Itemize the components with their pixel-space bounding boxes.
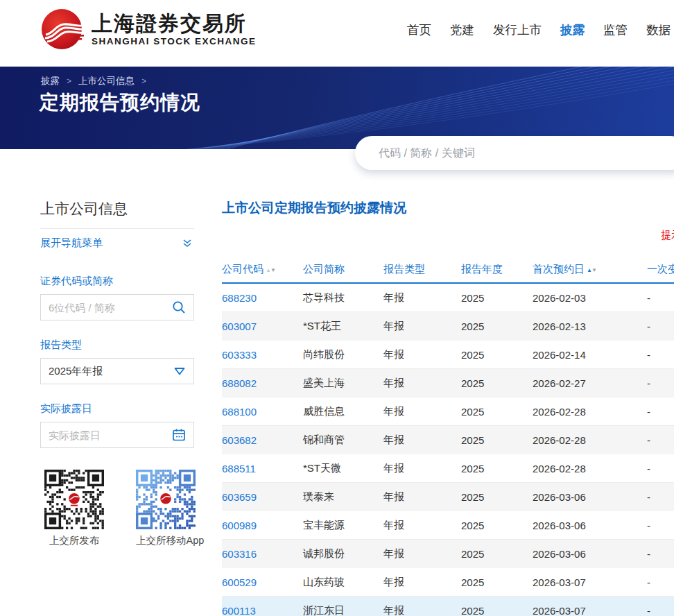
report-year-cell: 2025 xyxy=(461,605,533,616)
first-appointment-date-cell: 2026-03-07 xyxy=(533,605,647,616)
company-code-link[interactable]: 688100 xyxy=(222,406,303,418)
company-name-cell: *ST花王 xyxy=(303,320,383,333)
global-search-bar[interactable] xyxy=(355,136,674,170)
company-code-link[interactable]: 600989 xyxy=(222,520,303,531)
company-code-link[interactable]: 603333 xyxy=(222,349,303,361)
company-code-link[interactable]: 600529 xyxy=(222,576,303,588)
logo-english-name: SHANGHAI STOCK EXCHANGE xyxy=(92,36,257,46)
table-row: 603333 尚纬股份 年报 2025 2026-02-14 - xyxy=(222,341,674,369)
first-appointment-date-cell: 2026-02-28 xyxy=(533,463,647,474)
col-header-report-year[interactable]: 报告年度 xyxy=(461,263,533,276)
first-change-date-cell: - xyxy=(647,349,674,361)
top-nav: 首页 党建 发行上市 披露 监管 数据 xyxy=(407,22,671,38)
first-change-date-cell: - xyxy=(647,434,674,446)
qr-sse-release: 上交所发布 xyxy=(44,470,104,547)
report-type-select[interactable]: 2025年年报 xyxy=(40,358,194,384)
company-name-cell: 宝丰能源 xyxy=(303,519,383,532)
report-year-cell: 2025 xyxy=(461,491,533,503)
nav-item-party[interactable]: 党建 xyxy=(450,22,474,38)
sse-logo[interactable]: 上海證券交易所 SHANGHAI STOCK EXCHANGE xyxy=(40,7,257,51)
company-code-link[interactable]: 688230 xyxy=(222,292,303,304)
first-appointment-date-cell: 2026-03-06 xyxy=(533,491,647,503)
company-code-link[interactable]: 688511 xyxy=(222,463,303,474)
report-year-cell: 2025 xyxy=(461,406,533,418)
stock-code-input[interactable] xyxy=(49,302,167,314)
qr-sse-mobile-app-caption: 上交所移动App xyxy=(136,534,196,547)
first-change-date-cell: - xyxy=(647,520,674,531)
sort-down-icon: ▼ xyxy=(270,267,275,273)
logo-text: 上海證券交易所 SHANGHAI STOCK EXCHANGE xyxy=(92,12,257,46)
report-year-cell: 2025 xyxy=(461,576,533,588)
company-code-link[interactable]: 603316 xyxy=(222,548,303,560)
report-year-cell: 2025 xyxy=(461,292,533,304)
sort-up-icon: ▲ xyxy=(587,267,591,273)
report-year-cell: 2025 xyxy=(461,377,533,389)
report-type-cell: 年报 xyxy=(383,576,461,589)
report-type-cell: 年报 xyxy=(383,490,461,504)
expand-nav-menu-button[interactable]: 展开导航菜单 xyxy=(40,229,194,257)
breadcrumb-disclosure[interactable]: 披露 xyxy=(41,75,60,87)
qr-sse-release-caption: 上交所发布 xyxy=(44,534,104,547)
disclosure-date-input[interactable] xyxy=(49,429,167,441)
logo-chinese-name: 上海證券交易所 xyxy=(92,12,257,35)
report-type-cell: 年报 xyxy=(383,291,461,305)
report-year-cell: 2025 xyxy=(461,463,533,474)
col-header-first-change-date[interactable]: 一次变更日 xyxy=(647,263,674,276)
qr-sse-mobile-app: 上交所移动App xyxy=(136,470,196,547)
search-icon[interactable] xyxy=(171,300,187,315)
sort-icons[interactable]: ▲▼ xyxy=(266,267,275,273)
table-row: 688100 威胜信息 年报 2025 2026-02-28 - xyxy=(222,397,674,426)
report-year-cell: 2025 xyxy=(461,434,533,446)
report-type-cell: 年报 xyxy=(383,320,461,333)
sidebar: 上市公司信息 展开导航菜单 证券代码或简称 报告类型 2025年年报 xyxy=(40,199,194,547)
nav-item-home[interactable]: 首页 xyxy=(407,22,431,38)
company-code-link[interactable]: 603659 xyxy=(222,491,303,503)
first-change-date-cell: - xyxy=(647,463,674,474)
company-code-link[interactable]: 603682 xyxy=(222,434,303,446)
col-header-first-appointment-date[interactable]: 首次预约日▲▼ xyxy=(533,263,647,276)
global-search-input[interactable] xyxy=(379,147,642,160)
table-row: 688082 盛美上海 年报 2025 2026-02-27 - xyxy=(222,369,674,397)
qr-sse-mobile-app-image xyxy=(136,470,196,529)
company-code-link[interactable]: 688082 xyxy=(222,377,303,389)
qr-code-row: 上交所发布 上交所移动App xyxy=(40,470,194,547)
page: 上海證券交易所 SHANGHAI STOCK EXCHANGE 首页 党建 发行… xyxy=(0,0,674,616)
first-change-date-cell: - xyxy=(647,605,674,616)
first-appointment-date-cell: 2026-02-03 xyxy=(533,292,647,304)
first-appointment-date-cell: 2026-02-14 xyxy=(533,349,647,361)
first-change-date-cell: - xyxy=(647,576,674,588)
section-title: 上市公司定期报告预约披露情况 xyxy=(222,199,674,217)
company-name-cell: 山东药玻 xyxy=(303,576,383,589)
company-name-cell: 威胜信息 xyxy=(303,405,383,418)
breadcrumb-listed-company-info[interactable]: 上市公司信息 xyxy=(78,75,135,87)
first-change-date-cell: - xyxy=(647,491,674,503)
sort-icons[interactable]: ▲▼ xyxy=(587,267,596,273)
col-header-report-type[interactable]: 报告类型 xyxy=(383,263,461,276)
company-name-cell: 芯导科技 xyxy=(303,291,383,305)
main-content: 上市公司定期报告预约披露情况 提示 公司代码▲▼ 公司简称 报告类型 报告年度 … xyxy=(222,199,674,616)
company-code-link[interactable]: 600113 xyxy=(222,605,303,616)
qr-sse-release-image xyxy=(44,470,104,529)
report-type-cell: 年报 xyxy=(383,377,461,390)
disclosure-date-filter-label: 实际披露日 xyxy=(40,402,194,416)
calendar-icon[interactable] xyxy=(171,427,187,443)
notice-link[interactable]: 提示 xyxy=(661,229,674,242)
report-type-cell: 年报 xyxy=(383,434,461,447)
nav-item-listing[interactable]: 发行上市 xyxy=(493,22,542,38)
first-appointment-date-cell: 2026-03-06 xyxy=(533,548,647,560)
table-row: 603007 *ST花王 年报 2025 2026-02-13 - xyxy=(222,312,674,341)
col-header-company-code[interactable]: 公司代码▲▼ xyxy=(222,263,303,276)
table-row: 600113 浙江东日 年报 2025 2026-03-07 - xyxy=(222,597,674,616)
disclosure-date-field[interactable] xyxy=(40,422,194,448)
company-code-link[interactable]: 603007 xyxy=(222,320,303,332)
nav-item-data[interactable]: 数据 xyxy=(646,22,671,38)
company-name-cell: 璞泰来 xyxy=(303,490,383,504)
report-year-cell: 2025 xyxy=(461,548,533,560)
first-change-date-cell: - xyxy=(647,320,674,332)
col-header-company-name[interactable]: 公司简称 xyxy=(303,263,383,276)
table-header-row: 公司代码▲▼ 公司简称 报告类型 报告年度 首次预约日▲▼ 一次变更日 xyxy=(222,263,674,284)
nav-item-supervision[interactable]: 监管 xyxy=(603,22,628,38)
site-header: 上海證券交易所 SHANGHAI STOCK EXCHANGE 首页 党建 发行… xyxy=(0,0,674,67)
stock-code-field[interactable] xyxy=(40,294,194,320)
nav-item-disclosure[interactable]: 披露 xyxy=(560,22,585,38)
